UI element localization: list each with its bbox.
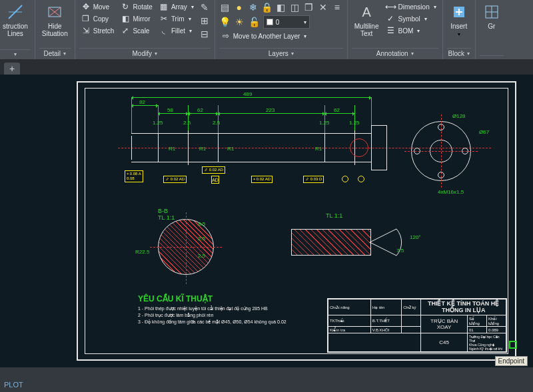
insert-label: Insert: [450, 23, 467, 30]
layer-current: 0: [276, 19, 280, 26]
dim-holes: 4xM16x1.5: [438, 189, 464, 195]
sun-icon[interactable]: ☀: [234, 16, 246, 28]
layer-swatch: [266, 19, 273, 25]
fillet-label: Fillet: [171, 27, 185, 35]
panel-grid: Gr: [476, 0, 508, 59]
construction-icon: [6, 3, 25, 21]
dim-d3: 58: [167, 107, 173, 113]
drawing-sheet: 489 82 58 62 223 62 1.25 2.5 2.5 1.25 1.…: [77, 81, 516, 361]
detail-rect: [291, 229, 371, 256]
hide-situation-button[interactable]: Hide Situation: [39, 1, 71, 39]
tb-cell: [402, 327, 421, 333]
tb-cell: B.T.THẾT: [370, 315, 401, 326]
shaft-outline: [131, 133, 371, 162]
bom-button[interactable]: ☰BOM▾: [384, 25, 438, 36]
ext-line: [131, 97, 132, 133]
shaft-step: [324, 133, 325, 162]
move-button[interactable]: ✥Move: [79, 1, 117, 12]
lock2-icon[interactable]: 🔓: [249, 16, 261, 28]
layer-match-icon[interactable]: ≡: [331, 1, 343, 13]
scale-label: Scale: [133, 27, 149, 35]
shaft-step: [131, 136, 132, 160]
layer-iso-icon[interactable]: ◧: [275, 1, 287, 13]
dim-line: [188, 113, 218, 114]
tb-cell: 0.089: [486, 327, 506, 333]
gdt-box: ⌖ 0.02 AD: [251, 176, 272, 183]
dim-line: [158, 113, 188, 114]
fillet-button[interactable]: ◟Fillet▾: [157, 25, 196, 36]
dimension-button[interactable]: ⟷Dimension▾: [384, 1, 438, 12]
bom-label: BOM: [398, 27, 413, 35]
layer-on-icon[interactable]: ●: [233, 1, 245, 13]
dim-r1: R1: [169, 146, 175, 152]
tb-cell: Chức năng: [328, 299, 371, 315]
trim-label: Trim: [171, 15, 185, 23]
dim-c3: 2.5: [213, 120, 220, 126]
panel-block-title: Block: [448, 50, 464, 57]
tb-cell: 01: [467, 327, 486, 333]
layer-lock-icon[interactable]: 🔒: [261, 1, 273, 13]
symbol-label: Symbol: [398, 15, 420, 23]
dim-sect-b: 2.5: [198, 236, 205, 242]
tb-cell: [402, 315, 421, 326]
modify-ext3-icon[interactable]: ⊟: [199, 28, 211, 40]
mirror-icon: ◧: [121, 14, 130, 23]
layer-freeze-icon[interactable]: ❄: [247, 1, 259, 13]
grid-button[interactable]: Gr: [480, 1, 504, 31]
dim-r4: R1: [315, 146, 322, 152]
new-tab-button[interactable]: +: [4, 63, 20, 75]
dim-c1: 1.25: [153, 120, 163, 126]
tb-mat: C45: [421, 333, 468, 352]
section-cl-h: [150, 247, 222, 248]
move-to-layer-button[interactable]: ⇨ Move to Another Layer ▾: [219, 31, 309, 41]
detail-label: TL 1:1: [326, 212, 342, 219]
insert-button[interactable]: Insert ▾: [447, 1, 471, 39]
modify-ext2-icon[interactable]: ⊞: [199, 15, 211, 27]
dim-c5: 1.25: [349, 120, 360, 126]
layer-copy-icon[interactable]: ❐: [303, 1, 315, 13]
req-title: YÊU CẦU KĨ THUẬT: [138, 294, 324, 303]
scale-icon: ⤢: [121, 26, 130, 35]
ext-line: [371, 97, 372, 125]
dim-dia2: Ø67: [479, 129, 489, 135]
section-label: B-BTL 1:1: [158, 208, 175, 221]
ribbon: struction Lines ▾ Hide Situation Detail▾…: [0, 0, 533, 60]
bulb-icon[interactable]: 💡: [219, 16, 231, 28]
modify-ext1-icon[interactable]: ✎: [199, 1, 211, 13]
text-icon: A: [357, 3, 376, 21]
symbol-icon: ✓: [386, 14, 395, 23]
trim-button[interactable]: ✂Trim▾: [157, 13, 196, 24]
drawing-canvas[interactable]: 489 82 58 62 223 62 1.25 2.5 2.5 1.25 1.…: [0, 75, 533, 367]
mirror-button[interactable]: ◧Mirror: [119, 13, 154, 24]
dimension-label: Dimension: [398, 3, 429, 11]
array-icon: ▦: [159, 2, 169, 11]
multiline-text-button[interactable]: A Multiline Text: [352, 1, 382, 39]
detail-callout: [350, 138, 368, 157]
dim-r2: R1: [199, 146, 206, 152]
symbol-button[interactable]: ✓Symbol▾: [384, 13, 438, 24]
layer-props-icon[interactable]: ▤: [219, 1, 231, 13]
rotate-button[interactable]: ↻Rotate: [119, 1, 154, 12]
dim-d6: 62: [334, 107, 340, 113]
requirements-block: YÊU CẦU KĨ THUẬT 1 - Phôi thép được nhiệ…: [138, 294, 324, 325]
copy-button[interactable]: ❐Copy: [79, 13, 117, 24]
title-block: Chức năng Họ tên Chữ ký THIẾT KẾ TÍNH TO…: [327, 298, 507, 353]
cmd-keyword: PLOT: [4, 381, 23, 389]
layer-combo[interactable]: 0 ▾: [263, 15, 310, 29]
construction-lines-button[interactable]: struction Lines: [0, 1, 31, 39]
bolt-hole: [414, 148, 420, 154]
layer-merge-icon[interactable]: ◫: [289, 1, 301, 13]
dim-c2: 2.5: [183, 120, 191, 126]
array-button[interactable]: ▦Array▾: [157, 1, 196, 12]
layer-icon-row: ▤ ● ❄ 🔒 ◧ ◫ ❐ ✕ ≡: [219, 1, 343, 13]
scale-button[interactable]: ⤢Scale: [119, 25, 154, 36]
grid-icon: [482, 3, 501, 21]
dim-d5: 223: [266, 107, 274, 113]
panel-construction: struction Lines ▾: [0, 0, 35, 59]
layer-del-icon[interactable]: ✕: [317, 1, 329, 13]
command-line[interactable]: PLOT: [4, 381, 23, 389]
stretch-button[interactable]: ⇲Stretch: [79, 25, 117, 36]
tb-cell: TKThiết: [328, 315, 371, 326]
surface-finish: [358, 176, 364, 182]
tb-part: TRỤC BÀN XOAY: [421, 315, 468, 333]
